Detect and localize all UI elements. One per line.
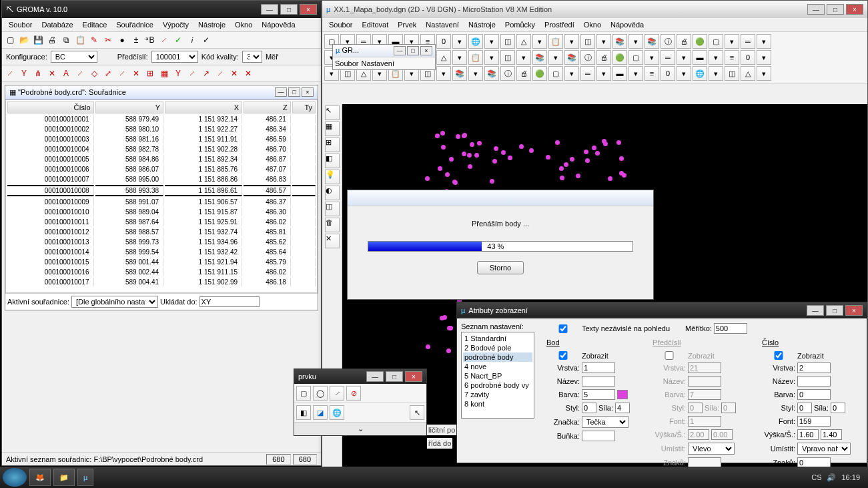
ms-toolbtn[interactable]: ▾ (757, 66, 771, 81)
cislo-sila[interactable] (831, 403, 845, 413)
tool-icon[interactable]: ± (129, 33, 143, 47)
table-row[interactable]: 000100010010588 989.041 151 915.87486.30 (7, 208, 316, 216)
ms-toolbtn[interactable]: ◫ (500, 50, 515, 65)
menu-nástroje[interactable]: Nástroje (464, 19, 500, 30)
menu-prvek[interactable]: Prvek (394, 19, 420, 30)
close-button[interactable]: × (302, 87, 314, 97)
maximize-button[interactable]: □ (280, 4, 298, 15)
list-item[interactable]: 1 Standardní (463, 334, 532, 343)
maximize-button[interactable]: □ (826, 305, 843, 316)
calc-icon[interactable]: ✕ (45, 67, 59, 80)
ms-side-btn[interactable]: ◐ (325, 186, 340, 200)
cislo-font[interactable] (797, 416, 831, 427)
table-row[interactable]: 000100010011588 987.641 151 925.91486.02 (7, 218, 316, 226)
calc-icon[interactable]: Y (171, 67, 185, 80)
calc-icon[interactable]: ⋔ (31, 67, 45, 80)
barva-swatch[interactable] (617, 390, 628, 399)
ms-toolbtn[interactable]: ▾ (516, 50, 531, 65)
minimize-button[interactable]: — (275, 87, 287, 97)
ms-toolbtn[interactable]: ▢ (548, 66, 563, 81)
znacka-combo[interactable]: Tečka (582, 416, 628, 428)
minimize-button[interactable]: — (394, 46, 406, 55)
copy-icon[interactable]: ⧉ (59, 33, 73, 47)
ms-toolbtn[interactable]: 📋 (548, 34, 563, 49)
table-row[interactable]: 000100010016589 002.441 151 911.15486.02 (7, 268, 316, 276)
bod-bunka[interactable] (582, 431, 615, 441)
coords-table[interactable]: ČísloYXZTy 000100010001588 979.491 151 9… (6, 100, 317, 288)
minimize-button[interactable]: — (807, 4, 825, 15)
menu-nástroje[interactable]: Nástroje (194, 19, 230, 30)
calc-icon[interactable]: ◇ (87, 67, 101, 80)
texty-checkbox[interactable] (546, 324, 580, 333)
info-icon[interactable]: i (185, 33, 199, 47)
table-row[interactable]: 000100010017589 004.411 151 902.99486.18 (7, 278, 316, 286)
table-row[interactable]: 000100010008588 993.381 151 896.61486.57 (7, 185, 316, 196)
ms-toolbtn[interactable]: ═ (661, 50, 675, 65)
table-row[interactable]: 000100010012588 988.571 151 932.74485.81 (7, 228, 316, 236)
menu-nápověda[interactable]: Nápověda (258, 19, 299, 30)
maximize-button[interactable]: □ (407, 46, 419, 55)
table-row[interactable]: 000100010009588 991.071 151 906.57486.37 (7, 198, 316, 206)
calc-icon[interactable]: ✕ (228, 67, 241, 80)
menu-soubor[interactable]: Soubor (5, 19, 36, 30)
list-item[interactable]: podrobné body (463, 352, 532, 362)
close-button[interactable]: × (420, 46, 432, 55)
table-row[interactable]: 000100010015589 001.441 151 921.94485.79 (7, 258, 316, 266)
menu-editace[interactable]: Editace (79, 19, 111, 30)
groma-titlebar[interactable]: ⛏GROMA v. 10.0 — □ × (2, 1, 321, 18)
ms-toolbtn[interactable]: 🌐 (468, 34, 483, 49)
task-firefox[interactable]: 🦊 (29, 469, 51, 486)
cislo-styl[interactable] (797, 403, 812, 413)
menu-soubor[interactable]: Soubor (325, 19, 356, 30)
ms-toolbtn[interactable]: 🟢 (693, 34, 707, 49)
ms-toolbtn[interactable]: 📋 (468, 50, 483, 65)
ms-toolbtn[interactable]: ▢ (628, 50, 643, 65)
cislo-zobrazit-check[interactable] (762, 351, 795, 360)
tray-lang[interactable]: CS (811, 473, 821, 481)
calc-icon[interactable]: ⟋ (115, 67, 129, 80)
ms-toolbtn[interactable]: ▾ (725, 34, 739, 49)
calc-icon[interactable]: ⤢ (101, 67, 115, 80)
bod-nazev[interactable] (582, 376, 615, 387)
menu-nastavení[interactable]: Nastavení (422, 19, 463, 30)
ms-toolbtn[interactable]: ⓘ (500, 66, 515, 81)
ms-toolbtn[interactable]: ▾ (532, 34, 547, 49)
tool-icon[interactable]: 🌐 (330, 405, 344, 420)
calc-icon[interactable]: ↗ (199, 67, 213, 80)
calc-icon[interactable]: ⟋ (3, 67, 17, 80)
list-item[interactable]: 2 Bodové pole (463, 343, 532, 352)
ms-toolbtn[interactable]: ⓘ (661, 34, 675, 49)
open-icon[interactable]: 📂 (17, 33, 31, 47)
ms-toolbtn[interactable]: ═ (741, 34, 755, 49)
ms-side-btn[interactable]: ◫ (325, 202, 340, 216)
menu-prostředí[interactable]: Prostředí (540, 19, 578, 30)
ms-toolbtn[interactable]: ▾ (644, 50, 659, 65)
start-button[interactable] (3, 468, 27, 487)
save-icon[interactable]: 💾 (31, 33, 45, 47)
pred-zobrazit-check[interactable] (653, 351, 686, 360)
ms-toolbtn[interactable]: 0 (661, 66, 675, 81)
table-row[interactable]: 000100010014588 999.541 151 932.42485.64 (7, 248, 316, 256)
config-combo[interactable]: BC (51, 51, 97, 63)
ms-toolbtn[interactable]: ▾ (709, 66, 723, 81)
maximize-button[interactable]: □ (386, 371, 403, 382)
calc-icon[interactable]: ⟋ (73, 67, 87, 80)
ms-titlebar[interactable]: µXX.1_Mapa_body.dgn (2D - V8 DGN) - Micr… (322, 1, 867, 18)
check-icon[interactable]: ✓ (199, 33, 213, 47)
ms-side-btn[interactable]: 💡 (325, 170, 340, 184)
tool-icon[interactable]: ▢ (296, 386, 311, 401)
ms-toolbtn[interactable]: 📚 (452, 66, 467, 81)
ms-toolbtn[interactable]: ▬ (612, 66, 627, 81)
ms-toolbtn[interactable]: 🟢 (612, 50, 627, 65)
list-item[interactable]: 7 zavity (463, 390, 532, 399)
cislo-vyska2[interactable] (821, 429, 842, 440)
list-item[interactable]: 6 podrobné body vy (463, 381, 532, 390)
ms-toolbtn[interactable]: ▾ (564, 66, 579, 81)
ms-side-btn[interactable]: ▦ (325, 121, 340, 136)
calc-icon[interactable]: ✕ (242, 67, 255, 80)
cislo-nazev[interactable] (797, 376, 831, 387)
menu-souřadnice[interactable]: Souřadnice (112, 19, 157, 30)
cislo-vyska[interactable] (797, 429, 819, 440)
ms-toolbtn[interactable]: ▾ (757, 50, 771, 65)
ms-side-btn[interactable]: 🗑 (325, 218, 340, 232)
